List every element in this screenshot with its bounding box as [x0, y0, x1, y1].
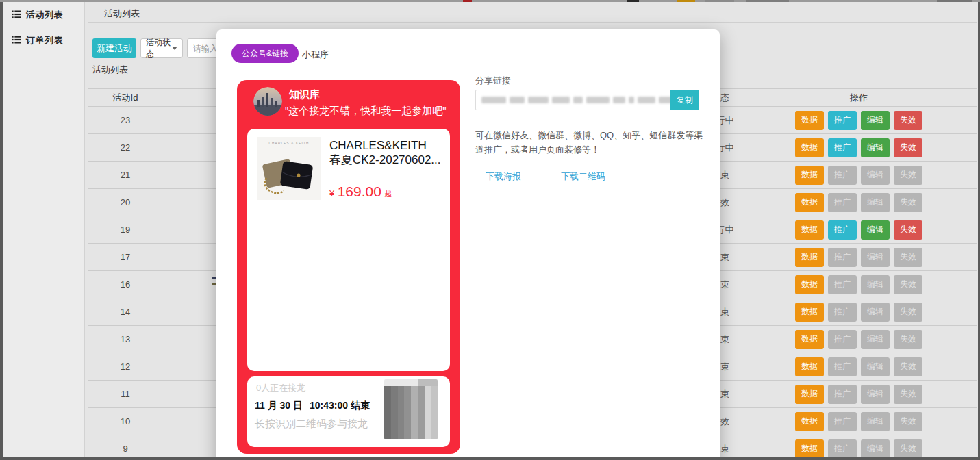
download-poster-link[interactable]: 下载海报: [486, 170, 521, 183]
action-invalid-button[interactable]: 失效: [894, 220, 922, 240]
qr-pixel: [411, 406, 418, 413]
cell-activity-id: 22: [88, 134, 163, 161]
action-promote-button[interactable]: 推广: [828, 193, 857, 212]
qr-pixel: [391, 379, 398, 386]
strip-fragment: [627, 0, 639, 2]
redacted-link-block: [510, 97, 525, 103]
column-header-id: 活动Id: [88, 89, 163, 106]
deadline: 11 月 30 日10:43:00 结束: [255, 400, 370, 412]
action-invalid-button[interactable]: 失效: [894, 275, 922, 294]
action-edit-button[interactable]: 编辑: [861, 275, 890, 294]
copy-button[interactable]: 复制: [670, 90, 699, 110]
action-edit-button[interactable]: 编辑: [861, 439, 890, 457]
action-promote-button[interactable]: 推广: [828, 138, 857, 157]
action-promote-button[interactable]: 推广: [828, 166, 857, 185]
action-promote-button[interactable]: 推广: [828, 330, 857, 349]
qr-pixel: [431, 433, 438, 439]
qr-pixel: [384, 386, 391, 393]
action-promote-button[interactable]: 推广: [828, 412, 857, 431]
action-edit-button[interactable]: 编辑: [861, 357, 890, 376]
action-data-button[interactable]: 数据: [795, 138, 824, 157]
action-edit-button[interactable]: 编辑: [861, 385, 890, 404]
qr-pixel: [404, 393, 411, 400]
action-promote-button[interactable]: 推广: [828, 357, 857, 376]
action-promote-button[interactable]: 推广: [828, 303, 857, 322]
qr-pixel: [384, 379, 391, 386]
action-invalid-button[interactable]: 失效: [894, 439, 922, 457]
action-promote-button[interactable]: 推广: [828, 275, 857, 294]
product-title-line2: 春夏CK2-20270602...: [329, 153, 444, 167]
row-actions: 数据推广编辑失效: [795, 408, 922, 435]
deadline-date: 11 月 30 日: [255, 400, 303, 411]
action-invalid-button[interactable]: 失效: [894, 330, 922, 349]
qr-pixel: [425, 379, 431, 386]
action-edit-button[interactable]: 编辑: [861, 138, 890, 157]
action-edit-button[interactable]: 编辑: [861, 111, 890, 130]
cell-activity-id: 9: [88, 435, 163, 457]
action-edit-button[interactable]: 编辑: [861, 193, 890, 212]
cell-activity-id: 12: [88, 353, 163, 380]
action-invalid-button[interactable]: 失效: [894, 111, 922, 130]
cell-activity-id: 21: [88, 162, 163, 188]
redacted-link-block: [613, 97, 625, 103]
action-data-button[interactable]: 数据: [795, 193, 824, 212]
tab-mini-program[interactable]: 小程序: [302, 49, 329, 61]
activity-status-select[interactable]: 活动状态: [140, 38, 183, 58]
action-edit-button[interactable]: 编辑: [861, 248, 890, 267]
row-actions: 数据推广编辑失效: [795, 271, 922, 298]
action-data-button[interactable]: 数据: [795, 111, 824, 130]
qr-pixel: [411, 433, 418, 439]
action-invalid-button[interactable]: 失效: [894, 357, 922, 376]
download-qrcode-link[interactable]: 下载二维码: [561, 170, 605, 183]
action-edit-button[interactable]: 编辑: [861, 220, 890, 240]
avatar: [253, 87, 282, 116]
row-actions: 数据推广编辑失效: [795, 435, 922, 457]
action-invalid-button[interactable]: 失效: [894, 166, 922, 185]
action-promote-button[interactable]: 推广: [828, 220, 857, 240]
qr-pixel: [425, 386, 431, 393]
action-data-button[interactable]: 数据: [795, 166, 824, 185]
qr-pixel: [398, 399, 405, 406]
action-data-button[interactable]: 数据: [795, 220, 824, 240]
action-data-button[interactable]: 数据: [795, 412, 824, 431]
share-link-input[interactable]: [475, 90, 670, 110]
action-promote-button[interactable]: 推广: [828, 248, 857, 267]
action-invalid-button[interactable]: 失效: [894, 138, 922, 157]
action-edit-button[interactable]: 编辑: [861, 166, 890, 185]
action-data-button[interactable]: 数据: [795, 330, 824, 349]
action-invalid-button[interactable]: 失效: [894, 303, 922, 322]
action-data-button[interactable]: 数据: [795, 439, 824, 457]
tab-official-account-link[interactable]: 公众号&链接: [231, 44, 299, 63]
action-edit-button[interactable]: 编辑: [861, 412, 890, 431]
action-promote-button[interactable]: 推广: [828, 385, 857, 404]
cell-activity-id: 14: [88, 298, 163, 325]
action-data-button[interactable]: 数据: [795, 385, 824, 404]
qr-pixel: [411, 399, 418, 406]
action-invalid-button[interactable]: 失效: [894, 385, 922, 404]
qr-pixel: [411, 420, 418, 426]
action-invalid-button[interactable]: 失效: [894, 248, 922, 267]
sidebar-item-activity-list[interactable]: 活动列表: [12, 9, 63, 21]
row-actions: 数据推广编辑失效: [795, 107, 922, 133]
action-invalid-button[interactable]: 失效: [894, 412, 922, 431]
redacted-link-block: [481, 97, 506, 103]
action-edit-button[interactable]: 编辑: [861, 303, 890, 322]
qr-pixel: [425, 413, 431, 420]
sidebar-item-order-list[interactable]: 订单列表: [12, 34, 63, 47]
strip-fragment: [746, 0, 789, 2]
action-data-button[interactable]: 数据: [795, 303, 824, 322]
long-press-hint: 长按识别二维码参与接龙: [255, 418, 368, 431]
action-promote-button[interactable]: 推广: [828, 111, 857, 130]
row-actions: 数据推广编辑失效: [795, 162, 922, 188]
action-edit-button[interactable]: 编辑: [861, 330, 890, 349]
redacted-link-block: [573, 97, 583, 103]
action-data-button[interactable]: 数据: [795, 248, 824, 267]
row-actions: 数据推广编辑失效: [795, 353, 922, 380]
currency-symbol: ¥: [329, 188, 334, 199]
action-data-button[interactable]: 数据: [795, 357, 824, 376]
qr-pixel: [398, 420, 405, 426]
action-data-button[interactable]: 数据: [795, 275, 824, 294]
action-invalid-button[interactable]: 失效: [894, 193, 922, 212]
new-activity-button[interactable]: 新建活动: [92, 38, 136, 58]
action-promote-button[interactable]: 推广: [828, 439, 857, 457]
